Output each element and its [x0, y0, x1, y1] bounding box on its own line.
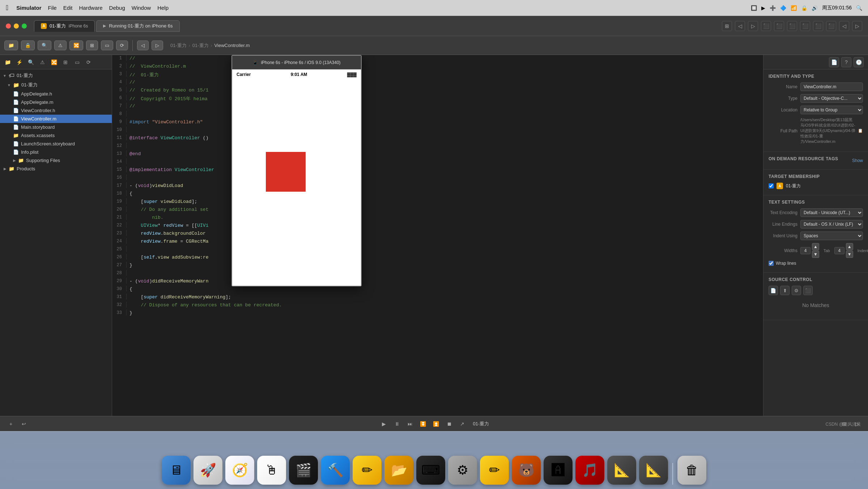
view-layout-5[interactable]: ⬛: [813, 21, 823, 31]
menubar-icon-wifi[interactable]: 📶: [791, 5, 797, 11]
dock-item-terminal[interactable]: ⌨: [416, 456, 445, 485]
tab-main[interactable]: A 01-重力 iPhone 6s: [34, 20, 95, 32]
toolbar-nav-back[interactable]: ◁: [137, 41, 149, 50]
view-toggle-1[interactable]: ⊞: [722, 21, 732, 31]
sidebar-item-supporting[interactable]: ▶ 📁 Supporting Files: [0, 156, 112, 165]
breadcrumb-part-3[interactable]: ViewController.m: [214, 43, 250, 48]
menubar-icon-screen[interactable]: 🔲: [751, 5, 757, 11]
dock-item-photobooth[interactable]: 🎬: [289, 456, 318, 485]
indent-increment[interactable]: ▲: [846, 243, 853, 250]
toolbar-warning[interactable]: ⚠: [54, 41, 67, 50]
menubar-icon-vol[interactable]: 🔊: [812, 5, 818, 11]
menubar-icon-lock[interactable]: 🔒: [801, 5, 807, 11]
fullpath-icon[interactable]: 📋: [858, 128, 863, 133]
toolbar-nav-fwd[interactable]: ▷: [152, 41, 163, 50]
view-layout-2[interactable]: ⬛: [774, 21, 784, 31]
sidebar-item-root[interactable]: ▼ 🏷 01-重力: [0, 71, 112, 80]
view-layout-4[interactable]: ⬛: [800, 21, 810, 31]
tab-running[interactable]: ▶ Running 01-重力 on iPhone 6s: [96, 20, 179, 32]
go-forward[interactable]: ▷: [852, 21, 862, 31]
minimize-button[interactable]: [14, 24, 19, 29]
dock-item-layout1[interactable]: 📐: [607, 456, 636, 485]
dock-item-trash[interactable]: 🗑: [677, 456, 706, 485]
sidebar-item-products[interactable]: ▶ 📁 Products: [0, 165, 112, 173]
menubar-icon-search[interactable]: 🔍: [856, 5, 862, 11]
menu-debug[interactable]: Debug: [109, 5, 125, 11]
inspector-quick-btn[interactable]: ?: [841, 57, 851, 67]
close-button[interactable]: [6, 24, 11, 29]
dock-item-sketch[interactable]: ✏: [353, 456, 382, 485]
maximize-button[interactable]: [22, 24, 27, 29]
toolbar-search[interactable]: 🔍: [38, 41, 51, 50]
sc-icon-4[interactable]: ⬛: [803, 286, 813, 295]
status-step2-btn[interactable]: ⏬: [418, 419, 428, 429]
dock-item-layout2[interactable]: 📐: [639, 456, 668, 485]
sidebar-item-appdelegate-h[interactable]: 📄 AppDelegate.h: [0, 90, 112, 98]
dock-item-media[interactable]: 🎵: [575, 456, 604, 485]
menubar-icon-plus[interactable]: ➕: [770, 5, 776, 11]
location-select[interactable]: Relative to Group: [800, 106, 863, 114]
sidebar-item-launch[interactable]: 📄 LaunchScreen.storyboard: [0, 140, 112, 148]
menu-edit[interactable]: Edit: [63, 5, 73, 11]
dock-item-sketch2[interactable]: ✏: [480, 456, 509, 485]
inspector-history-btn[interactable]: 🕐: [854, 57, 864, 67]
sidebar-item-viewcontroller-h[interactable]: 📄 ViewController.h: [0, 106, 112, 115]
view-layout-3[interactable]: ⬛: [787, 21, 797, 31]
sc-icon-1[interactable]: 📄: [769, 286, 778, 295]
sidebar-btn-1[interactable]: 📁: [3, 58, 12, 67]
inspector-file-btn[interactable]: 📄: [829, 57, 839, 67]
menu-help[interactable]: Help: [157, 5, 169, 11]
view-toggle-2[interactable]: ◁: [735, 21, 745, 31]
dock-item-systemprefs[interactable]: ⚙: [448, 456, 477, 485]
status-stop-btn[interactable]: ⏹: [444, 419, 454, 429]
sidebar-item-appdelegate-m[interactable]: 📄 AppDelegate.m: [0, 98, 112, 106]
dock-item-safari[interactable]: 🧭: [225, 456, 254, 485]
view-layout-6[interactable]: ⬛: [826, 21, 836, 31]
sidebar-btn-6[interactable]: ⊞: [61, 58, 70, 67]
status-share-btn[interactable]: ↗: [457, 419, 467, 429]
sidebar-btn-2[interactable]: ⚡: [14, 58, 24, 67]
sidebar-item-main-storyboard[interactable]: 📄 Main.storyboard: [0, 123, 112, 131]
tab-decrement[interactable]: ▼: [812, 251, 819, 258]
name-input[interactable]: [800, 82, 863, 91]
dock-item-cursor[interactable]: 🖱: [257, 456, 286, 485]
dock-item-launchpad[interactable]: 🚀: [193, 456, 222, 485]
wrap-lines-checkbox[interactable]: [769, 261, 774, 266]
type-select[interactable]: Default - Objective-C...: [800, 94, 863, 103]
sidebar-btn-3[interactable]: 🔍: [26, 58, 35, 67]
sidebar-btn-4[interactable]: ⚠: [38, 58, 47, 67]
sidebar-item-viewcontroller-m[interactable]: 📄 ViewController.m: [0, 115, 112, 123]
line-endings-select[interactable]: Default - OS X / Unix (LF): [800, 220, 863, 229]
status-add-btn[interactable]: +: [6, 419, 16, 429]
dock-item-xcode[interactable]: 🔨: [321, 456, 350, 485]
go-back[interactable]: ◁: [839, 21, 849, 31]
sc-icon-2[interactable]: ⬆: [780, 286, 790, 295]
sc-icon-3[interactable]: ⚙: [792, 286, 801, 295]
toolbar-item6[interactable]: ⟳: [116, 41, 128, 50]
indent-using-select[interactable]: Spaces: [800, 231, 863, 240]
toolbar-folder[interactable]: 📁: [4, 41, 18, 50]
menu-hardware[interactable]: Hardware: [79, 5, 103, 11]
menu-window[interactable]: Window: [132, 5, 151, 11]
breadcrumb-part-2[interactable]: 01-重力: [192, 42, 209, 49]
code-editor[interactable]: 1 // 2 // ViewController.m 3 // 01-重力 4 …: [112, 55, 763, 416]
toolbar-rect[interactable]: ▭: [101, 41, 113, 50]
status-step-btn[interactable]: ⏭: [405, 419, 415, 429]
dock-item-bear[interactable]: 🐻: [512, 456, 541, 485]
status-play-btn[interactable]: ▶: [379, 419, 389, 429]
sidebar-btn-8[interactable]: ⟳: [84, 58, 93, 67]
sidebar-item-subfolder[interactable]: ▼ 📁 01-重力: [0, 80, 112, 90]
sidebar-btn-5[interactable]: 🔀: [49, 58, 59, 67]
indent-decrement[interactable]: ▼: [846, 251, 853, 258]
status-pause-btn[interactable]: ⏸: [392, 419, 402, 429]
target-checkbox[interactable]: [769, 183, 774, 188]
tab-increment[interactable]: ▲: [812, 243, 819, 250]
view-layout-1[interactable]: ⬛: [761, 21, 771, 31]
dock-item-app[interactable]: 🅰: [544, 456, 573, 485]
toolbar-grid[interactable]: ⊞: [86, 41, 98, 50]
view-toggle-3[interactable]: ▷: [748, 21, 758, 31]
sidebar-btn-7[interactable]: ▭: [72, 58, 82, 67]
status-step3-btn[interactable]: ⏫: [431, 419, 441, 429]
menu-file[interactable]: File: [48, 5, 57, 11]
toolbar-item4[interactable]: 🔀: [69, 41, 83, 50]
